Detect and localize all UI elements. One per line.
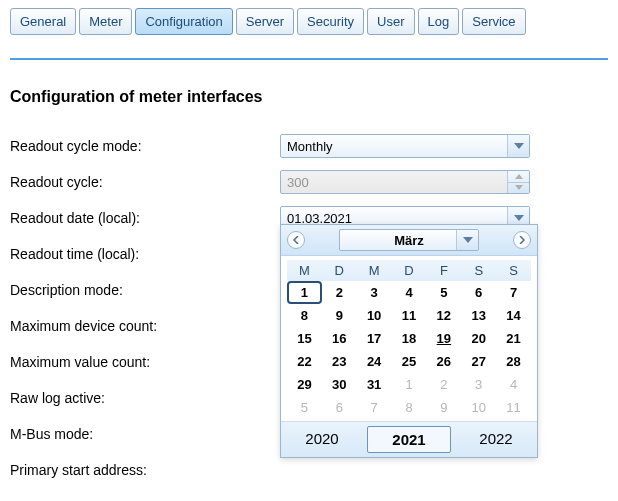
calendar-day[interactable]: 18: [392, 327, 427, 350]
tab-bar: GeneralMeterConfigurationServerSecurityU…: [10, 8, 608, 35]
tab-configuration[interactable]: Configuration: [135, 8, 232, 35]
readout-cycle-mode-value: Monthly: [287, 139, 333, 154]
readout-cycle-mode-select[interactable]: Monthly: [280, 134, 530, 158]
calendar-day[interactable]: 2: [322, 281, 357, 304]
calendar-year[interactable]: 2021: [367, 426, 451, 453]
calendar-day[interactable]: 4: [392, 281, 427, 304]
calendar-day[interactable]: 15: [287, 327, 322, 350]
calendar-day[interactable]: 26: [426, 350, 461, 373]
page-title: Configuration of meter interfaces: [10, 88, 608, 106]
calendar-dow: S: [461, 260, 496, 281]
calendar-day[interactable]: 17: [357, 327, 392, 350]
date-picker: März MDMDFSS1234567891011121314151617181…: [280, 224, 538, 458]
tab-general[interactable]: General: [10, 8, 76, 35]
calendar-day[interactable]: 7: [496, 281, 531, 304]
calendar-day[interactable]: 20: [461, 327, 496, 350]
tab-meter[interactable]: Meter: [79, 8, 132, 35]
tab-log[interactable]: Log: [418, 8, 460, 35]
label-readout-date: Readout date (local):: [10, 210, 280, 226]
label-readout-time: Readout time (local):: [10, 246, 280, 262]
calendar-day[interactable]: 14: [496, 304, 531, 327]
label-description-mode: Description mode:: [10, 282, 280, 298]
calendar-day[interactable]: 3: [357, 281, 392, 304]
calendar-year[interactable]: 2020: [281, 422, 363, 457]
calendar-day[interactable]: 9: [322, 304, 357, 327]
calendar-grid: MDMDFSS123456789101112131415161718192021…: [281, 256, 537, 421]
readout-cycle-value: 300: [287, 175, 309, 190]
calendar-dow: M: [287, 260, 322, 281]
calendar-day[interactable]: 10: [357, 304, 392, 327]
label-max-value-count: Maximum value count:: [10, 354, 280, 370]
tab-security[interactable]: Security: [297, 8, 364, 35]
calendar-day[interactable]: 5: [426, 281, 461, 304]
calendar-day[interactable]: 22: [287, 350, 322, 373]
tab-service[interactable]: Service: [462, 8, 525, 35]
calendar-dow: S: [496, 260, 531, 281]
label-readout-cycle: Readout cycle:: [10, 174, 280, 190]
calendar-day[interactable]: 28: [496, 350, 531, 373]
calendar-day[interactable]: 16: [322, 327, 357, 350]
year-selector: 202020212022: [281, 421, 537, 457]
calendar-day[interactable]: 6: [461, 281, 496, 304]
calendar-day: 1: [392, 373, 427, 396]
calendar-day: 9: [426, 396, 461, 419]
label-raw-log-active: Raw log active:: [10, 390, 280, 406]
calendar-day[interactable]: 31: [357, 373, 392, 396]
label-readout-cycle-mode: Readout cycle mode:: [10, 138, 280, 154]
calendar-day[interactable]: 27: [461, 350, 496, 373]
calendar-day: 5: [287, 396, 322, 419]
calendar-day[interactable]: 25: [392, 350, 427, 373]
calendar-day[interactable]: 29: [287, 373, 322, 396]
calendar-day: 3: [461, 373, 496, 396]
readout-cycle-input: 300: [280, 170, 530, 194]
calendar-day[interactable]: 12: [426, 304, 461, 327]
calendar-day[interactable]: 19: [426, 327, 461, 350]
label-mbus-mode: M-Bus mode:: [10, 426, 280, 442]
prev-month-button[interactable]: [287, 231, 305, 249]
calendar-day[interactable]: 30: [322, 373, 357, 396]
calendar-day: 7: [357, 396, 392, 419]
calendar-day: 4: [496, 373, 531, 396]
calendar-header: März: [281, 225, 537, 256]
tab-underline: [10, 58, 608, 60]
calendar-year[interactable]: 2022: [455, 422, 537, 457]
month-label: März: [394, 233, 424, 248]
calendar-dow: D: [392, 260, 427, 281]
calendar-day[interactable]: 24: [357, 350, 392, 373]
calendar-day[interactable]: 13: [461, 304, 496, 327]
tab-server[interactable]: Server: [236, 8, 294, 35]
calendar-day[interactable]: 23: [322, 350, 357, 373]
calendar-day: 10: [461, 396, 496, 419]
label-max-device-count: Maximum device count:: [10, 318, 280, 334]
config-form: Readout cycle mode: Monthly Readout cycl…: [10, 128, 608, 488]
calendar-day: 8: [392, 396, 427, 419]
next-month-button[interactable]: [513, 231, 531, 249]
spinner-icon: [507, 171, 529, 193]
calendar-dow: D: [322, 260, 357, 281]
month-select[interactable]: März: [339, 229, 479, 251]
tab-user[interactable]: User: [367, 8, 414, 35]
calendar-day[interactable]: 1: [287, 281, 322, 304]
calendar-dow: F: [426, 260, 461, 281]
calendar-day: 6: [322, 396, 357, 419]
label-primary-start-address: Primary start address:: [10, 462, 280, 478]
calendar-dow: M: [357, 260, 392, 281]
calendar-day: 2: [426, 373, 461, 396]
calendar-day[interactable]: 11: [392, 304, 427, 327]
dropdown-icon[interactable]: [507, 135, 529, 157]
calendar-day[interactable]: 21: [496, 327, 531, 350]
calendar-day[interactable]: 8: [287, 304, 322, 327]
calendar-day: 11: [496, 396, 531, 419]
dropdown-icon[interactable]: [456, 230, 478, 250]
